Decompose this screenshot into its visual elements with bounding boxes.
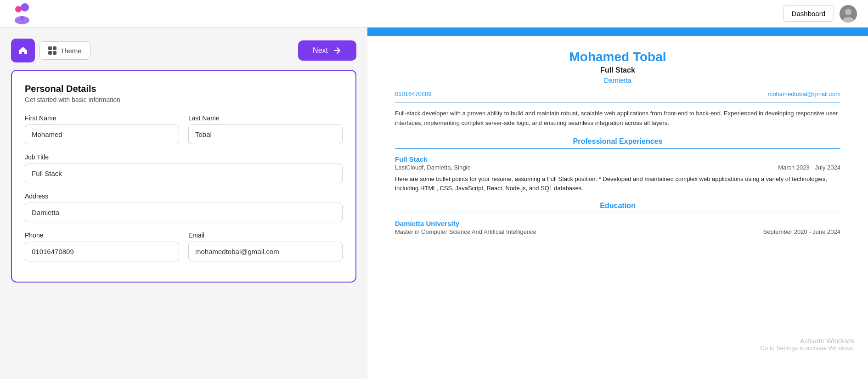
resume-preview: Mohamed Tobal Full Stack Damietta 010164… bbox=[367, 28, 868, 379]
resume-email: mohamedtobal@gmail.com bbox=[768, 91, 840, 97]
address-group: Address bbox=[25, 192, 343, 222]
svg-rect-3 bbox=[21, 16, 23, 20]
home-icon bbox=[17, 45, 28, 56]
form-card: Personal Details Get started with basic … bbox=[11, 70, 356, 283]
next-label: Next bbox=[313, 46, 328, 55]
phone-input[interactable] bbox=[25, 242, 179, 261]
resume-title: Full Stack bbox=[395, 66, 840, 74]
email-group: Email bbox=[188, 232, 343, 261]
arrow-right-icon bbox=[333, 46, 342, 55]
resume-name: Mohamed Tobal bbox=[395, 50, 840, 64]
address-input[interactable] bbox=[25, 203, 343, 222]
home-button[interactable] bbox=[11, 39, 35, 62]
last-name-label: Last Name bbox=[188, 114, 343, 122]
resume-job-dates: March 2023 - July 2024 bbox=[778, 164, 840, 171]
avatar bbox=[840, 5, 857, 23]
activate-windows-line1: Activate Windows bbox=[760, 337, 854, 345]
resume-content: Mohamed Tobal Full Stack Damietta 010164… bbox=[367, 36, 868, 249]
email-input[interactable] bbox=[188, 242, 343, 261]
phone-label: Phone bbox=[25, 232, 179, 239]
phone-group: Phone bbox=[25, 232, 179, 261]
job-title-row: Job Title bbox=[25, 153, 343, 183]
resume-pro-exp-divider bbox=[395, 148, 840, 149]
grid-icon bbox=[48, 46, 56, 55]
resume-edu-meta: Master in Computer Science And Artificia… bbox=[395, 228, 840, 235]
navbar: Dashboard bbox=[0, 0, 868, 28]
svg-point-0 bbox=[15, 6, 22, 12]
theme-button[interactable]: Theme bbox=[39, 41, 90, 60]
activate-windows-overlay: Activate Windows Go to Settings to activ… bbox=[760, 337, 854, 351]
resume-location: Damietta bbox=[395, 76, 840, 84]
job-title-input[interactable] bbox=[25, 164, 343, 183]
resume-education-divider bbox=[395, 213, 840, 213]
toolbar-left: Theme bbox=[11, 39, 90, 62]
resume-pro-exp-title: Professional Experiences bbox=[395, 137, 840, 146]
toolbar: Theme Next bbox=[11, 39, 356, 62]
last-name-input[interactable] bbox=[188, 124, 343, 144]
svg-point-5 bbox=[845, 9, 851, 15]
resume-edu-name: Damietta University bbox=[395, 220, 840, 227]
logo-icon bbox=[11, 3, 33, 25]
resume-summary: Full-stack developer with a proven abili… bbox=[395, 109, 840, 128]
left-panel: Theme Next Personal Details Get started … bbox=[0, 28, 367, 379]
resume-header-bar bbox=[367, 28, 868, 36]
resume-edu-dates: September 2020 - June 2024 bbox=[763, 228, 840, 235]
next-button[interactable]: Next bbox=[298, 40, 356, 61]
main-container: Theme Next Personal Details Get started … bbox=[0, 28, 868, 379]
form-section-title: Personal Details bbox=[25, 84, 343, 94]
email-label: Email bbox=[188, 232, 343, 239]
resume-job-company: LastCloudf, Damietta, Single bbox=[395, 164, 471, 171]
name-row: First Name Last Name bbox=[25, 114, 343, 144]
last-name-group: Last Name bbox=[188, 114, 343, 144]
dashboard-button[interactable]: Dashboard bbox=[783, 6, 834, 22]
resume-job-desc: Here are some bullet points for your res… bbox=[395, 175, 840, 194]
logo bbox=[11, 3, 33, 25]
job-title-group: Job Title bbox=[25, 153, 343, 183]
address-row: Address bbox=[25, 192, 343, 222]
nav-right: Dashboard bbox=[783, 5, 857, 23]
form-subtitle: Get started with basic information bbox=[25, 96, 343, 103]
svg-point-1 bbox=[21, 3, 29, 11]
job-title-label: Job Title bbox=[25, 153, 343, 161]
resume-edu-degree: Master in Computer Science And Artificia… bbox=[395, 228, 536, 235]
resume-phone: 01016470809 bbox=[395, 91, 432, 97]
first-name-input[interactable] bbox=[25, 124, 179, 144]
first-name-group: First Name bbox=[25, 114, 179, 144]
activate-windows-line2: Go to Settings to activate Windows. bbox=[760, 345, 854, 351]
contact-row: Phone Email bbox=[25, 232, 343, 261]
address-label: Address bbox=[25, 192, 343, 200]
resume-job-meta: LastCloudf, Damietta, Single March 2023 … bbox=[395, 164, 840, 171]
resume-job-title: Full Stack bbox=[395, 155, 840, 163]
first-name-label: First Name bbox=[25, 114, 179, 122]
resume-education-title: Education bbox=[395, 202, 840, 210]
theme-label: Theme bbox=[60, 47, 82, 55]
resume-contact: 01016470809 mohamedtobal@gmail.com bbox=[395, 91, 840, 102]
